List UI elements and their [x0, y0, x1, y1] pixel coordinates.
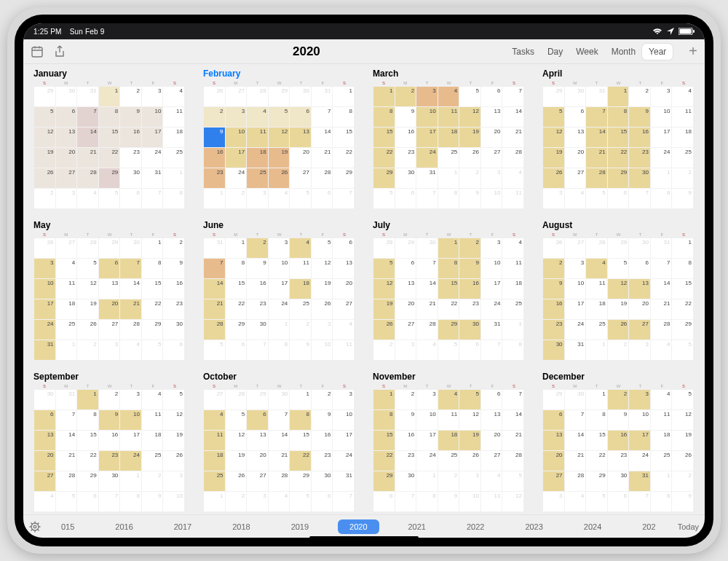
day-cell[interactable]: 8: [651, 189, 673, 209]
day-cell[interactable]: 17: [629, 431, 651, 451]
day-cell[interactable]: 5: [312, 238, 333, 259]
day-cell[interactable]: 9: [459, 259, 481, 279]
day-cell[interactable]: 14: [204, 279, 226, 299]
view-segmented-control[interactable]: TasksDayWeekMonthYear: [505, 44, 673, 60]
day-cell[interactable]: 1: [416, 471, 438, 492]
day-cell[interactable]: 18: [290, 279, 312, 299]
day-cell[interactable]: 6: [226, 340, 248, 361]
day-cell[interactable]: 13: [333, 259, 355, 279]
day-cell[interactable]: 4: [120, 340, 142, 361]
day-cell[interactable]: 5: [586, 492, 608, 512]
day-cell[interactable]: 7: [629, 189, 651, 209]
day-cell[interactable]: 28: [373, 238, 395, 259]
month-march[interactable]: MarchSMTWTFS1234567891011121314151617181…: [373, 68, 525, 210]
day-cell[interactable]: 9: [395, 107, 417, 128]
day-cell[interactable]: 3: [481, 238, 503, 259]
day-cell[interactable]: 3: [459, 471, 481, 492]
day-cell[interactable]: 4: [586, 259, 608, 279]
day-cell[interactable]: 5: [502, 471, 524, 492]
day-cell[interactable]: 26: [226, 471, 248, 492]
day-cell[interactable]: 2: [163, 238, 185, 259]
day-cell[interactable]: 28: [651, 320, 673, 340]
day-cell[interactable]: 10: [163, 492, 185, 512]
day-cell[interactable]: 26: [543, 238, 565, 259]
day-cell[interactable]: 7: [120, 259, 142, 279]
day-cell[interactable]: 2: [459, 238, 481, 259]
day-cell[interactable]: 29: [438, 320, 460, 340]
day-cell[interactable]: 9: [290, 340, 312, 361]
day-cell[interactable]: 8: [373, 410, 395, 431]
day-cell[interactable]: 29: [290, 471, 312, 492]
day-cell[interactable]: 18: [438, 431, 460, 451]
day-cell[interactable]: 7: [56, 410, 78, 431]
month-september[interactable]: SeptemberSMTWTFS303112345678910111213141…: [33, 372, 186, 513]
day-cell[interactable]: 5: [204, 340, 226, 361]
day-cell[interactable]: 24: [416, 451, 438, 471]
day-cell[interactable]: 30: [608, 471, 630, 492]
day-cell[interactable]: 19: [459, 128, 481, 148]
month-april[interactable]: AprilSMTWTFS2930311234567891011121314151…: [542, 68, 695, 210]
day-cell[interactable]: 30: [120, 238, 142, 259]
day-cell[interactable]: 2: [395, 390, 417, 410]
day-cell[interactable]: 10: [629, 410, 651, 431]
day-cell[interactable]: 21: [312, 148, 333, 168]
day-cell[interactable]: 15: [99, 128, 121, 148]
day-cell[interactable]: 27: [333, 299, 355, 320]
day-cell[interactable]: 15: [290, 431, 312, 451]
day-cell[interactable]: 27: [565, 168, 587, 189]
day-cell[interactable]: 11: [651, 410, 673, 431]
day-cell[interactable]: 27: [290, 168, 312, 189]
day-cell[interactable]: 26: [34, 168, 56, 189]
day-cell[interactable]: 7: [204, 259, 226, 279]
day-cell[interactable]: 22: [142, 299, 164, 320]
day-cell[interactable]: 12: [34, 128, 56, 148]
day-cell[interactable]: 8: [163, 189, 185, 209]
day-cell[interactable]: 5: [226, 410, 248, 431]
day-cell[interactable]: 22: [226, 299, 248, 320]
day-cell[interactable]: 2: [395, 87, 417, 107]
day-cell[interactable]: 4: [333, 320, 355, 340]
day-cell[interactable]: 11: [247, 128, 269, 148]
day-cell[interactable]: 1: [672, 238, 694, 259]
day-cell[interactable]: 26: [672, 451, 694, 471]
day-cell[interactable]: 30: [34, 390, 56, 410]
day-cell[interactable]: 11: [333, 340, 355, 361]
day-cell[interactable]: 17: [416, 431, 438, 451]
day-cell[interactable]: 21: [586, 148, 608, 168]
day-cell[interactable]: 1: [373, 390, 395, 410]
day-cell[interactable]: 3: [120, 390, 142, 410]
day-cell[interactable]: 5: [290, 189, 312, 209]
day-cell[interactable]: 11: [586, 279, 608, 299]
day-cell[interactable]: 28: [120, 320, 142, 340]
day-cell[interactable]: 9: [543, 279, 565, 299]
month-january[interactable]: JanuarySMTWTFS29303112345678910111213141…: [33, 68, 186, 210]
day-cell[interactable]: 1: [651, 471, 673, 492]
day-cell[interactable]: 14: [416, 279, 438, 299]
day-cell[interactable]: 19: [312, 279, 333, 299]
day-cell[interactable]: 4: [204, 410, 226, 431]
day-cell[interactable]: 5: [373, 189, 395, 209]
day-cell[interactable]: 22: [586, 451, 608, 471]
day-cell[interactable]: 17: [333, 431, 355, 451]
day-cell[interactable]: 5: [459, 87, 481, 107]
view-day[interactable]: Day: [541, 44, 569, 60]
day-cell[interactable]: 28: [77, 238, 99, 259]
timeline-year[interactable]: 2023: [513, 519, 554, 534]
day-cell[interactable]: 28: [586, 238, 608, 259]
day-cell[interactable]: 7: [312, 107, 333, 128]
day-cell[interactable]: 5: [459, 390, 481, 410]
day-cell[interactable]: 23: [395, 451, 417, 471]
day-cell[interactable]: 9: [163, 259, 185, 279]
day-cell[interactable]: 9: [672, 492, 694, 512]
day-cell[interactable]: 10: [226, 128, 248, 148]
day-cell[interactable]: 21: [77, 148, 99, 168]
timeline-year[interactable]: 2016: [103, 519, 144, 534]
day-cell[interactable]: 5: [77, 259, 99, 279]
day-cell[interactable]: 31: [586, 87, 608, 107]
day-cell[interactable]: 25: [651, 451, 673, 471]
day-cell[interactable]: 14: [269, 431, 290, 451]
day-cell[interactable]: 2: [459, 168, 481, 189]
day-cell[interactable]: 23: [99, 451, 121, 471]
day-cell[interactable]: 3: [56, 189, 78, 209]
day-cell[interactable]: 8: [438, 259, 460, 279]
